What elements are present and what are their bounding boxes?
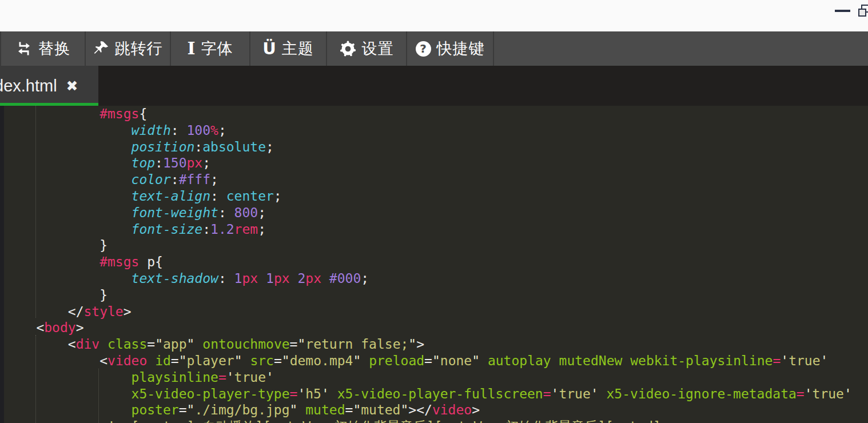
restore-window-icon[interactable] (858, 5, 868, 18)
minimize-icon[interactable] (835, 10, 850, 12)
code-token-punc: > (76, 320, 84, 335)
code-token-ws (5, 337, 68, 352)
code-token-qt: ' (297, 386, 305, 401)
code-token-attr: id (155, 353, 171, 368)
code-token-punc: = (147, 337, 155, 352)
code-token-eqp: = (218, 370, 226, 385)
code-token-punc: : (210, 189, 226, 203)
code-token-punc: ; (218, 123, 226, 138)
code-token-punc: > (416, 337, 424, 352)
code-token-qt: " (432, 353, 440, 368)
code-token-unit: px (242, 271, 258, 286)
code-token-punc (321, 271, 329, 286)
code-token-prop: position (132, 139, 195, 154)
code-token-num: 2 (297, 271, 305, 286)
code-token-punc: = (424, 353, 432, 368)
code-token-tag: div (76, 337, 100, 352)
code-token-str: true (813, 386, 844, 401)
code-token-ws (5, 106, 99, 121)
replace-button[interactable]: 替换 (1, 31, 86, 66)
code-token-prop: top (132, 155, 156, 170)
code-token-prop: color (132, 172, 171, 187)
code-token-punc: < (36, 320, 44, 335)
settings-label: 设置 (362, 38, 394, 59)
code-token-punc: = (345, 402, 353, 417)
code-token-prop: font-size (132, 222, 203, 237)
code-token-punc: : (218, 205, 234, 220)
code-token-ws (5, 320, 36, 335)
code-editor[interactable]: #msgs{ width: 100%; position:absolute; t… (0, 106, 868, 423)
code-token-ws (5, 370, 132, 385)
code-token-str: demo.mp4 (290, 353, 353, 368)
code-token-punc (361, 353, 369, 368)
code-token-str: true (789, 353, 820, 368)
font-button[interactable]: I 字体 (171, 31, 250, 66)
code-token-punc: ; (258, 205, 266, 220)
shortcuts-button[interactable]: ? 快捷键 (407, 31, 494, 66)
code-token-punc (258, 271, 266, 286)
code-token-punc: : (171, 172, 179, 187)
code-token-prop: font-weight (132, 205, 218, 220)
code-token-punc: </ (68, 304, 84, 319)
code-token-qt: " (187, 402, 195, 417)
code-token-punc (147, 353, 155, 368)
font-label: 字体 (201, 38, 233, 59)
code-token-punc: ; (266, 139, 274, 154)
code-token-qt: " (353, 402, 361, 417)
code-token-attr: poster (132, 402, 179, 417)
theme-button[interactable]: Ü 主题 (250, 31, 327, 66)
code-token-attr: x5-video-ignore-metadata (607, 386, 797, 401)
code-token-ws (5, 304, 68, 319)
code-token-num: #000 (329, 271, 361, 286)
code-token-punc: ></ (408, 402, 432, 417)
code-token-unit: rem (234, 222, 258, 237)
code-token-ws (5, 238, 99, 253)
code-token-punc: > (124, 304, 132, 319)
code-token-ws (5, 402, 132, 417)
settings-button[interactable]: 设置 (327, 31, 407, 66)
code-token-qt: ' (781, 353, 789, 368)
code-token-ws (5, 123, 132, 138)
code-token-punc: { (139, 106, 147, 121)
tab-index-html[interactable]: dex.html ✖ (0, 66, 98, 106)
font-icon: I (187, 40, 195, 57)
code-token-tag: video (107, 353, 147, 368)
close-tab-icon[interactable]: ✖ (66, 78, 78, 94)
code-token-ws (5, 155, 132, 170)
code-token-str: none (440, 353, 472, 368)
code-token-punc: = (179, 402, 187, 417)
code-token-punc: ; (274, 189, 282, 203)
code-token-qt: " (290, 402, 298, 417)
code-token-attr: x5-video-player-type (132, 386, 290, 401)
code-token-punc: } (99, 288, 107, 302)
code-token-attr: mutedNew (559, 353, 623, 368)
code-token-punc: ; (202, 155, 210, 170)
code-token-val: center (226, 189, 274, 203)
code-token-punc: = (274, 353, 282, 368)
code-token-str: true (559, 386, 590, 401)
code-area[interactable]: #msgs{ width: 100%; position:absolute; t… (0, 106, 852, 423)
goto-line-button[interactable]: 跳转行 (86, 31, 171, 66)
code-token-qt: ' (226, 370, 234, 385)
code-token-punc (194, 337, 202, 352)
code-token-str: true (234, 370, 266, 385)
code-token-punc (622, 353, 630, 368)
code-token-punc (599, 386, 607, 401)
code-token-eqp: = (543, 386, 551, 401)
code-token-ws (5, 222, 132, 237)
replace-icon (15, 40, 33, 57)
code-token-num: 1 (234, 271, 242, 286)
code-token-num: 800 (234, 205, 258, 220)
window-titlebar (0, 0, 868, 31)
code-token-punc (290, 271, 298, 286)
code-token-tag: body (44, 320, 75, 335)
code-token-ws (5, 386, 132, 401)
code-token-ws (5, 139, 132, 154)
code-token-punc: < (68, 337, 76, 352)
code-token-attr: ontouchmove (202, 337, 289, 352)
code-token-num: 1 (266, 271, 274, 286)
code-token-qt: ' (821, 353, 829, 368)
gear-icon (340, 41, 356, 57)
code-token-punc: : (202, 222, 210, 237)
code-token-sel: #msgs (99, 254, 139, 269)
